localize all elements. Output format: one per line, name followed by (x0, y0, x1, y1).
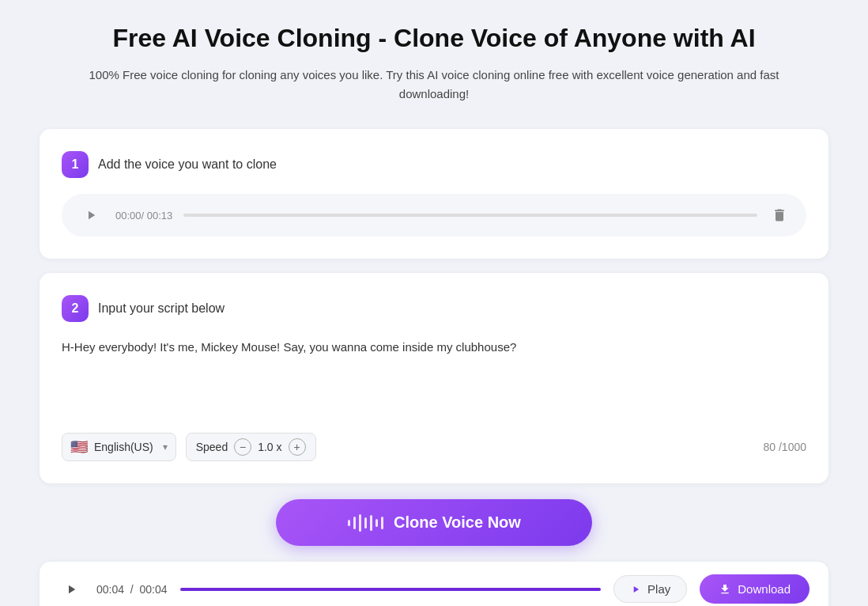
script-controls: 🇺🇸 English(US) ▾ Speed − 1.0 x + 80 /100… (62, 433, 806, 461)
clone-button-label: Clone Voice Now (394, 513, 521, 532)
download-button[interactable]: Download (700, 574, 810, 604)
page-subtitle: 100% Free voice cloning for cloning any … (78, 66, 790, 104)
speed-increase-button[interactable]: + (289, 438, 306, 456)
audio-play-button[interactable] (77, 202, 104, 229)
step2-card: 2 Input your script below 🇺🇸 English(US)… (40, 273, 828, 483)
bottom-play-label: Play (647, 582, 670, 596)
controls-left: 🇺🇸 English(US) ▾ Speed − 1.0 x + (62, 433, 316, 461)
speed-label: Speed (196, 441, 228, 453)
bottom-progress-bar[interactable] (180, 588, 602, 591)
bottom-play-button[interactable]: Play (613, 575, 687, 603)
audio-delete-button[interactable] (768, 204, 791, 226)
speed-control: Speed − 1.0 x + (186, 433, 316, 461)
language-selector[interactable]: 🇺🇸 English(US) ▾ (62, 433, 176, 461)
step2-badge: 2 (62, 295, 89, 322)
step1-header: 1 Add the voice you want to clone (62, 151, 806, 178)
language-text: English(US) (94, 441, 153, 453)
speed-value: 1.0 x (258, 441, 281, 453)
step1-card: 1 Add the voice you want to clone 00:00/… (40, 129, 828, 259)
bottom-play-icon[interactable] (58, 577, 84, 602)
speed-decrease-button[interactable]: − (234, 438, 251, 456)
clone-button-container: Clone Voice Now (40, 499, 828, 546)
chevron-down-icon: ▾ (163, 441, 168, 453)
clone-voice-button[interactable]: Clone Voice Now (276, 499, 592, 546)
audio-time-display: 00:00/ 00:13 (115, 210, 172, 222)
bottom-audio-player: 00:04 / 00:04 Play Download (40, 562, 828, 606)
step2-header: 2 Input your script below (62, 295, 806, 322)
script-textarea[interactable] (62, 338, 806, 417)
waveform-icon (347, 514, 384, 532)
audio-progress-bar[interactable] (183, 214, 757, 217)
char-count: 80 /1000 (763, 441, 806, 453)
step1-label: Add the voice you want to clone (98, 157, 277, 172)
flag-icon: 🇺🇸 (70, 438, 88, 456)
voice-audio-player: 00:00/ 00:13 (62, 194, 806, 237)
step2-label: Input your script below (98, 301, 225, 316)
step1-badge: 1 (62, 151, 89, 178)
download-label: Download (738, 582, 791, 596)
page-title: Free AI Voice Cloning - Clone Voice of A… (40, 24, 828, 53)
bottom-time-display: 00:04 / 00:04 (96, 583, 168, 596)
